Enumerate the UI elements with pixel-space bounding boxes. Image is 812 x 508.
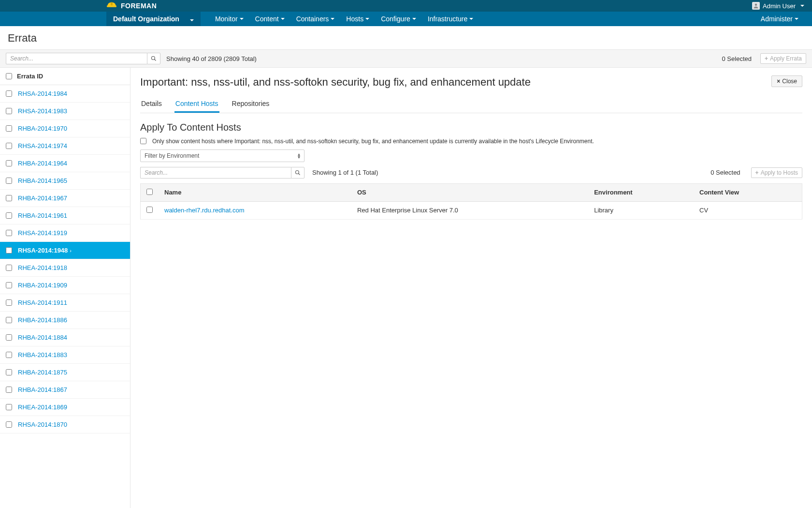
nav-content[interactable]: Content [249,12,290,26]
errata-item-link[interactable]: RHSA-2014:1984 [18,90,67,97]
errata-list-item[interactable]: RHBA-2014:1875 [0,364,130,381]
errata-item-link[interactable]: RHSA-2014:1911 [18,299,67,306]
errata-item-link[interactable]: RHBA-2014:1970 [18,125,67,132]
errata-list-item[interactable]: RHSA-2014:1948› [0,242,130,259]
errata-item-link[interactable]: RHEA-2014:1918 [18,264,67,271]
search-icon [151,56,157,61]
errata-select-all-checkbox[interactable] [6,73,12,79]
tab-content-hosts[interactable]: Content Hosts [174,96,219,113]
errata-item-link[interactable]: RHSA-2014:1919 [18,229,67,237]
hosts-select-all-checkbox[interactable] [146,189,153,195]
errata-item-checkbox[interactable] [6,90,12,97]
errata-list-item[interactable]: RHSA-2014:1983 [0,103,130,120]
errata-item-checkbox[interactable] [6,369,12,375]
errata-item-checkbox[interactable] [6,160,12,166]
foreman-logo-icon [106,2,117,10]
close-button[interactable]: × Close [771,75,802,87]
hosts-count-text: Showing 1 of 1 (1 Total) [312,169,378,176]
errata-item-checkbox[interactable] [6,404,12,410]
hosts-search-button[interactable] [291,167,304,179]
errata-list-item[interactable]: RHSA-2014:1911 [0,294,130,312]
errata-item-checkbox[interactable] [6,317,12,323]
svg-line-6 [299,173,300,175]
errata-item-checkbox[interactable] [6,195,12,201]
errata-item-link[interactable]: RHBA-2014:1967 [18,194,67,202]
nav-infrastructure[interactable]: Infrastructure [422,12,479,26]
errata-item-checkbox[interactable] [6,178,12,184]
errata-item-link[interactable]: RHBA-2014:1884 [18,334,67,341]
errata-list-item[interactable]: RHBA-2014:1909 [0,277,130,294]
host-row-checkbox[interactable] [146,207,153,213]
page-title: Errata [0,26,812,49]
errata-item-link[interactable]: RHBA-2014:1964 [18,160,67,167]
errata-item-checkbox[interactable] [6,299,12,306]
errata-item-link[interactable]: RHBA-2014:1875 [18,369,67,376]
errata-list-item[interactable]: RHSA-2014:1974 [0,137,130,155]
nav-configure[interactable]: Configure [375,12,422,26]
errata-item-checkbox[interactable] [6,108,12,114]
nav-monitor[interactable]: Monitor [209,12,249,26]
errata-toolbar: Showing 40 of 2809 (2809 Total) 0 Select… [0,49,812,68]
errata-list-item[interactable]: RHSA-2014:1984 [0,85,130,103]
errata-item-link[interactable]: RHSA-2014:1974 [18,142,67,149]
svg-point-2 [755,4,757,6]
errata-search-input[interactable] [6,53,147,64]
hosts-toolbar: Showing 1 of 1 (1 Total) 0 Selected + Ap… [140,167,802,179]
environment-filter-select[interactable]: Filter by Environment ▴▾ [140,149,304,162]
errata-item-link[interactable]: RHBA-2014:1867 [18,386,67,393]
close-label: Close [782,78,797,85]
host-os: Red Hat Enterprise Linux Server 7.0 [351,201,588,219]
errata-list-item[interactable]: RHSA-2014:1870 [0,416,130,433]
errata-item-checkbox[interactable] [6,143,12,149]
errata-search-button[interactable] [147,53,160,64]
errata-item-link[interactable]: RHSA-2014:1948 [18,247,68,254]
errata-item-checkbox[interactable] [6,387,12,393]
errata-item-link[interactable]: RHBA-2014:1965 [18,177,67,184]
errata-item-link[interactable]: RHBA-2014:1909 [18,282,67,289]
errata-list-item[interactable]: RHEA-2014:1869 [0,399,130,416]
apply-to-hosts-button[interactable]: + Apply to Hosts [751,167,802,178]
errata-list-item[interactable]: RHBA-2014:1967 [0,190,130,207]
errata-item-link[interactable]: RHBA-2014:1961 [18,212,67,219]
apply-errata-button[interactable]: + Apply Errata [760,53,806,64]
org-context-dropdown[interactable]: Default Organization [106,12,201,26]
errata-list-item[interactable]: RHBA-2014:1965 [0,172,130,190]
errata-item-checkbox[interactable] [6,334,12,341]
errata-list[interactable]: RHSA-2014:1984RHSA-2014:1983RHBA-2014:19… [0,85,130,508]
errata-list-item[interactable]: RHBA-2014:1964 [0,155,130,172]
errata-item-checkbox[interactable] [6,352,12,358]
errata-item-checkbox[interactable] [6,421,12,428]
errata-list-item[interactable]: RHEA-2014:1918 [0,259,130,277]
errata-item-checkbox[interactable] [6,212,12,219]
errata-item-link[interactable]: RHBA-2014:1883 [18,351,67,359]
tab-repositories[interactable]: Repositories [231,96,271,113]
errata-item-link[interactable]: RHEA-2014:1869 [18,403,67,411]
errata-item-checkbox[interactable] [6,230,12,236]
tab-details[interactable]: Details [140,96,163,113]
apply-errata-label: Apply Errata [770,55,802,62]
lifecycle-filter-checkbox[interactable] [140,138,146,144]
hosts-search-input[interactable] [140,167,291,179]
nav-administer[interactable]: Administer [755,12,804,26]
errata-list-item[interactable]: RHBA-2014:1886 [0,312,130,329]
errata-item-link[interactable]: RHBA-2014:1886 [18,316,67,324]
errata-detail-title: Important: nss, nss-util, and nss-softok… [140,75,766,89]
errata-list-item[interactable]: RHBA-2014:1867 [0,381,130,399]
errata-item-link[interactable]: RHSA-2014:1983 [18,107,67,115]
errata-item-checkbox[interactable] [6,247,12,254]
errata-list-item[interactable]: RHBA-2014:1970 [0,120,130,137]
nav-hosts[interactable]: Hosts [340,12,375,26]
topbar: FOREMAN Admin User [0,0,812,12]
host-name-link[interactable]: walden-rhel7.rdu.redhat.com [164,207,244,214]
user-menu[interactable]: Admin User [752,2,804,10]
nav-containers[interactable]: Containers [290,12,341,26]
errata-list-item[interactable]: RHBA-2014:1883 [0,346,130,364]
errata-list-item[interactable]: RHSA-2014:1919 [0,224,130,242]
errata-list-item[interactable]: RHBA-2014:1961 [0,207,130,224]
errata-item-checkbox[interactable] [6,125,12,132]
errata-list-item[interactable]: RHBA-2014:1884 [0,329,130,346]
host-environment: Library [588,201,694,219]
errata-item-checkbox[interactable] [6,265,12,271]
errata-item-checkbox[interactable] [6,282,12,288]
errata-item-link[interactable]: RHSA-2014:1870 [18,421,67,428]
